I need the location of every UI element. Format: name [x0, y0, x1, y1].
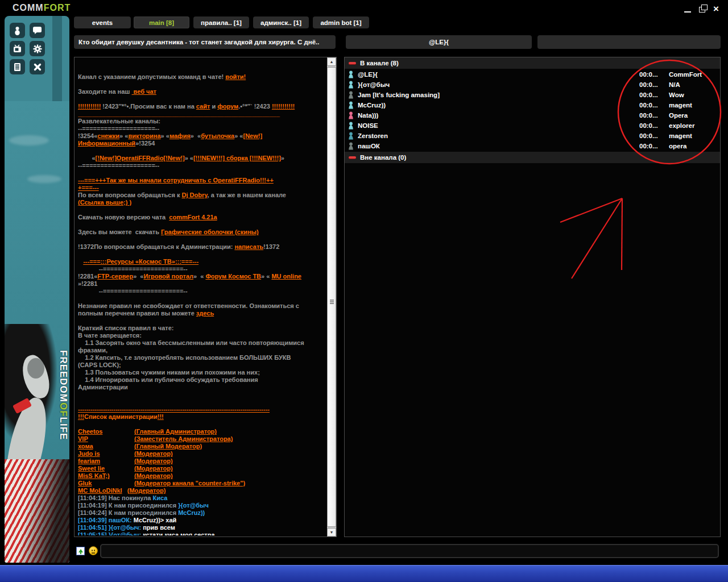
user-row[interactable]: Jam [It's fucking amasing]00:0...Wow [345, 90, 720, 100]
chat-text: !1372По вопросам обращаться к Администра… [78, 243, 234, 250]
chat-link[interactable]: веб чат [132, 88, 156, 95]
tab-admin-bot[interactable]: admin bot [1] [313, 16, 369, 28]
settings-button[interactable] [30, 41, 45, 56]
chat-text: фразами, [78, 347, 107, 354]
chat-link[interactable]: (Ссылка выше;) ) [78, 199, 131, 206]
chat-link[interactable]: ----------------------------------------… [78, 406, 270, 413]
log-button[interactable] [10, 59, 25, 74]
chat-link[interactable]: Judo is [78, 450, 134, 458]
chat-link[interactable]: здесь [196, 310, 214, 317]
user-info-button[interactable] [10, 23, 25, 38]
channel-topic[interactable]: Кто обидит девушку десантника - тот стан… [74, 35, 336, 49]
chat-link[interactable]: commFort 4.21a [169, 214, 217, 221]
user-row[interactable]: }{от@быч00:0...N/A [345, 80, 720, 90]
chat-text: [11:04:24] К нам присоединился [78, 509, 178, 516]
exit-button[interactable] [30, 59, 45, 74]
chat-link[interactable]: +===--- [78, 184, 99, 191]
tv-button[interactable] [10, 41, 25, 56]
chat-link[interactable]: мафия [169, 132, 191, 139]
chat-link[interactable]: ---===+++Так же мы начали сотрудничать с… [78, 177, 274, 184]
chat-link[interactable]: (Заместитель Администратора) [134, 435, 233, 442]
chat-link[interactable]: !!!!!!!!!!! [78, 103, 101, 110]
chat-line: [11:05:15] }{от@быч: кстати киса моя сес… [78, 531, 326, 535]
chat-text: --====================-- [78, 125, 159, 132]
chat-link[interactable]: feariam [78, 458, 134, 465]
chat-line: --====================-- [78, 125, 326, 132]
user-row[interactable]: @LE}{00:0...CommFort [345, 69, 720, 80]
chat-link[interactable]: Форум Космос ТВ [205, 273, 261, 280]
chat-bubble-icon [32, 26, 42, 35]
out-channel-header[interactable]: Вне канала (0) [345, 152, 720, 163]
chat-link[interactable]: сайт [196, 103, 210, 110]
emoticon-icon[interactable] [89, 546, 98, 555]
chat-link[interactable]: викторина [128, 132, 160, 139]
chat-link[interactable]: FTP-сервер [97, 273, 133, 280]
chat-link[interactable]: Cheetos [78, 428, 134, 435]
chat-text: По всем вопросам обращаться к [78, 192, 181, 198]
chat-link[interactable]: бутылочка [201, 132, 234, 139]
chat-link[interactable]: (Модератор канала "counter-strike") [134, 480, 245, 487]
tab-events[interactable]: events [74, 16, 131, 28]
chat-text: Здесь вы можете скачать [78, 228, 161, 235]
chat-link[interactable]: !!! [78, 413, 84, 420]
insert-image-icon[interactable] [76, 547, 85, 555]
chat-link[interactable]: (Главный Модератор) [134, 443, 202, 450]
chat-link[interactable]: [!New!]OperatiFFRadio[!New!] [96, 155, 185, 161]
scroll-down-button[interactable]: ▼ [327, 528, 336, 537]
chat-link[interactable]: войти! [225, 73, 246, 80]
chat-link[interactable]: ---===:::Ресурсы «Космос ТВ»:::===--- [83, 258, 198, 265]
chat-link[interactable]: MC MoLoDiNkI [78, 487, 122, 494]
chat-link[interactable]: !!!!!!!!!!! [272, 103, 295, 110]
chat-line: Скачать новую версию чата commFort 4.21a [78, 214, 326, 221]
tab-pravila[interactable]: правила.. [1] [193, 16, 249, 28]
user-row[interactable]: пашОК00:0...opera [345, 141, 720, 151]
user-name: @LE}{ [358, 71, 378, 78]
message-input[interactable] [100, 544, 719, 558]
chat-link[interactable]: Игровой портал [143, 273, 193, 280]
user-pawn-icon [348, 122, 354, 130]
chat-link[interactable]: хома [78, 443, 134, 450]
chat-scrollbar[interactable]: ▲ ▼ [327, 57, 336, 537]
minimize-button[interactable] [684, 6, 691, 13]
chat-button[interactable] [30, 23, 45, 38]
chat-link[interactable]: (Модератор) [134, 450, 173, 457]
chat-link[interactable]: Gluk [78, 480, 134, 487]
user-row[interactable]: McCruz))00:0...magent [345, 100, 720, 110]
chat-link[interactable]: (Модератор) [134, 472, 173, 479]
chat-link[interactable]: Sweet lie [78, 465, 134, 472]
user-row[interactable]: Zerstoren00:0...magent [345, 131, 720, 141]
chat-link[interactable]: форум [217, 103, 238, 110]
chat-link[interactable]: [!!!NEW!!!] сборка [!!!NEW!!!] [193, 155, 281, 161]
chat-link[interactable]: (Модератор) [134, 465, 173, 472]
chat-link[interactable]: VIP [78, 435, 134, 443]
chat-line: Администрации [78, 384, 326, 391]
restore-button[interactable] [699, 6, 705, 13]
chat-link[interactable]: MU online [271, 273, 301, 280]
chat-line: Развлекательные каналы: [78, 118, 326, 125]
chat-link[interactable]: MisS KaT;) [78, 472, 134, 480]
user-row[interactable]: NOISE00:0...explorer [345, 120, 720, 131]
chat-link[interactable]: (Модератор) [134, 458, 173, 464]
in-channel-header[interactable]: В канале (8) [345, 57, 720, 69]
scroll-thumb[interactable] [327, 67, 336, 527]
chat-link[interactable]: !!! [158, 413, 164, 420]
chat-text: , а так же в нашем канале [208, 192, 286, 198]
chat-link[interactable]: написать [234, 243, 263, 250]
selected-user-box[interactable]: @LE}{ [346, 35, 532, 49]
chat-link[interactable]: Графические оболочки (скины) [161, 228, 259, 235]
chat-line: 1.3 Пользоваться чужими никами или похож… [78, 369, 326, 376]
close-button[interactable]: × [713, 6, 719, 13]
chat-text: » « [161, 132, 169, 139]
tab-main[interactable]: main [8] [134, 16, 189, 28]
chat-link[interactable]: снежки [97, 132, 119, 139]
chat-line: Cheetos(Главный Администратор) [78, 428, 326, 435]
user-row[interactable]: Nata)))00:0...Opera [345, 110, 720, 120]
chat-link[interactable]: (Главный Администратор) [134, 428, 217, 435]
tab-adminsk[interactable]: админск.. [1] [253, 16, 309, 28]
chat-link[interactable]: (Модератор) [127, 487, 166, 494]
chat-link[interactable]: [New!] [243, 132, 262, 139]
scroll-up-button[interactable]: ▲ [327, 57, 336, 66]
empty-user-box[interactable] [537, 35, 721, 49]
chat-link[interactable]: Dj Dobry [181, 192, 207, 198]
chat-link[interactable]: Информационный [78, 140, 135, 147]
